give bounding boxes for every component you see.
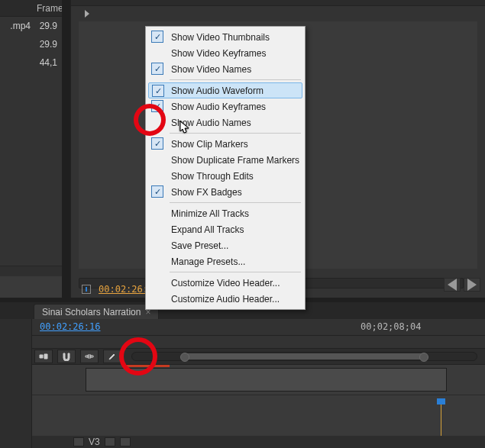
checkmark-icon bbox=[151, 137, 163, 150]
menu-item[interactable]: Show FX Badges bbox=[148, 184, 302, 200]
menu-item[interactable]: Show Audio Keyframes bbox=[148, 98, 302, 114]
menu-item[interactable]: Minimize All Tracks bbox=[148, 205, 302, 221]
menu-item-label: Expand All Tracks bbox=[148, 224, 244, 235]
menu-item-label: Show Audio Names bbox=[148, 118, 251, 128]
menu-item-label: Manage Presets... bbox=[148, 256, 245, 267]
ruler-tick-label: 00;02;08;04 bbox=[361, 321, 421, 332]
menu-item-label: Show Video Keyframes bbox=[148, 48, 267, 59]
menu-item-label: Customize Video Header... bbox=[148, 278, 280, 288]
timeline-toolbar bbox=[32, 348, 485, 365]
checkmark-icon bbox=[151, 31, 163, 43]
clip-framerate: 29.9 bbox=[31, 39, 62, 50]
effect-panel-header bbox=[71, 0, 485, 6]
timeline-settings-menu[interactable]: Show Video ThumbnailsShow Video Keyframe… bbox=[145, 26, 306, 310]
checkmark-icon bbox=[151, 63, 163, 75]
checkmark-icon bbox=[151, 100, 163, 112]
mouse-cursor-icon bbox=[179, 121, 190, 134]
sequence-tab[interactable]: Sinai Scholars Narration × bbox=[34, 304, 159, 319]
render-bar-icon bbox=[124, 365, 170, 367]
menu-item[interactable]: Manage Presets... bbox=[148, 253, 302, 269]
project-row[interactable]: .mp4 29.9 bbox=[0, 17, 62, 35]
menu-item-label: Show Audio Waveform bbox=[149, 85, 264, 96]
panel-divider-vertical[interactable] bbox=[62, 0, 70, 298]
menu-separator bbox=[170, 202, 301, 203]
menu-item[interactable]: Show Through Edits bbox=[148, 168, 302, 184]
menu-separator bbox=[170, 79, 301, 80]
menu-item-label: Show Audio Keyframes bbox=[148, 102, 266, 112]
disclosure-triangle-icon[interactable] bbox=[85, 10, 92, 18]
timeline-left-gutter bbox=[0, 319, 32, 448]
timeline-zoom-bar[interactable] bbox=[131, 352, 477, 361]
insert-tool-button[interactable] bbox=[34, 350, 53, 363]
timeline-settings-button[interactable] bbox=[103, 350, 121, 363]
menu-item[interactable]: Show Audio Names bbox=[148, 114, 302, 131]
eye-icon[interactable] bbox=[120, 437, 131, 446]
clip-name: .mp4 bbox=[0, 21, 31, 31]
menu-item[interactable]: Save Preset... bbox=[148, 237, 302, 253]
project-panel: Frame .mp4 29.9 29.9 44,1 bbox=[0, 0, 62, 276]
track-label[interactable]: V3 bbox=[89, 437, 100, 447]
menu-item[interactable]: Show Video Keyframes bbox=[148, 45, 302, 61]
menu-item-label: Show Duplicate Frame Markers bbox=[148, 155, 299, 166]
snap-tool-button[interactable] bbox=[57, 350, 76, 363]
project-scrollbar[interactable] bbox=[0, 266, 62, 276]
toggle-output-icon[interactable] bbox=[105, 437, 115, 446]
menu-item[interactable]: Expand All Tracks bbox=[148, 221, 302, 237]
playhead-icon[interactable] bbox=[82, 285, 91, 294]
clip-framerate: 29.9 bbox=[31, 21, 62, 31]
menu-item[interactable]: Show Clip Markers bbox=[148, 136, 302, 152]
lock-icon[interactable] bbox=[73, 437, 84, 446]
menu-item-label: Show Video Names bbox=[148, 64, 251, 75]
menu-item-label: Show Through Edits bbox=[148, 171, 254, 182]
project-row[interactable]: 44,1 bbox=[0, 53, 62, 72]
zoom-thumb[interactable] bbox=[184, 353, 425, 359]
menu-item-label: Save Preset... bbox=[148, 240, 228, 251]
menu-item[interactable]: Customize Audio Header... bbox=[148, 291, 302, 307]
menu-item[interactable]: Show Video Names bbox=[148, 61, 302, 77]
effect-property-row[interactable] bbox=[71, 6, 485, 21]
video-track[interactable] bbox=[32, 365, 485, 395]
clip-framerate: 44,1 bbox=[31, 57, 62, 68]
project-column-header[interactable]: Frame bbox=[0, 0, 62, 17]
project-rows: .mp4 29.9 29.9 44,1 bbox=[0, 17, 62, 72]
timeline-timecode[interactable]: 00:02:26:16 bbox=[40, 321, 100, 332]
checkmark-icon bbox=[152, 85, 164, 97]
checkmark-icon bbox=[151, 185, 163, 198]
clip[interactable] bbox=[86, 368, 447, 392]
menu-separator bbox=[170, 272, 301, 272]
menu-item[interactable]: Show Duplicate Frame Markers bbox=[148, 152, 302, 168]
project-row[interactable]: 29.9 bbox=[0, 35, 62, 53]
menu-item-label: Show Video Thumbnails bbox=[148, 32, 270, 43]
menu-item-label: Minimize All Tracks bbox=[148, 208, 249, 219]
menu-item[interactable]: Show Video Thumbnails bbox=[148, 29, 302, 45]
linked-selection-button[interactable] bbox=[80, 350, 99, 363]
sequence-tab-label: Sinai Scholars Narration bbox=[42, 307, 141, 317]
timeline-ruler[interactable]: 00:02:26:16 00;02;08;04 bbox=[32, 319, 485, 336]
timeline-panel: Sinai Scholars Narration × 00:02:26:16 0… bbox=[0, 302, 485, 448]
menu-item-label: Customize Audio Header... bbox=[148, 294, 280, 305]
menu-item[interactable]: Show Audio Waveform bbox=[148, 82, 302, 98]
track-footer: V3 bbox=[32, 436, 485, 448]
menu-item[interactable]: Customize Video Header... bbox=[148, 275, 302, 291]
